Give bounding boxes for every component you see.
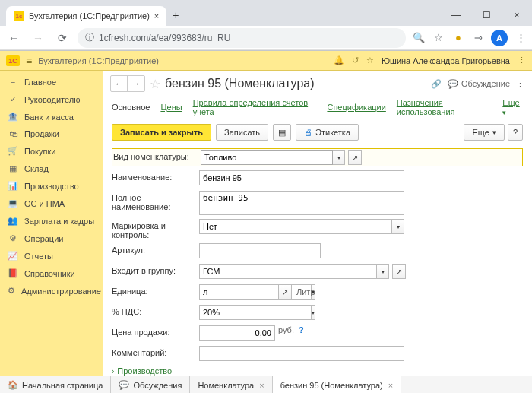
price-input[interactable] xyxy=(199,325,275,341)
star-icon[interactable]: ☆ xyxy=(432,31,445,45)
nav-back-button[interactable]: ← xyxy=(111,76,128,91)
nav-fwd-button[interactable]: → xyxy=(128,76,144,91)
file-icon: ▤ xyxy=(278,128,286,138)
app-bar: 1C ≡ Бухгалтерия (1С:Предприятие) 🔔 ↺ ☆ … xyxy=(0,51,532,71)
tab-specs[interactable]: Спецификации xyxy=(327,103,385,112)
vat-label: % НДС: xyxy=(112,305,199,316)
label-button[interactable]: 🖨Этикетка xyxy=(296,124,359,141)
back-button[interactable]: ← xyxy=(5,29,23,47)
sidebar-item-reports[interactable]: 📈Отчеты xyxy=(0,247,103,265)
sidebar-item-bank[interactable]: 🏦Банк и касса xyxy=(0,108,103,125)
btab-nomenclature[interactable]: Номенклатура× xyxy=(190,376,272,393)
price-unit: руб. xyxy=(278,325,294,334)
sidebar-item-assets[interactable]: 💻ОС и НМА xyxy=(0,195,103,212)
close-window-button[interactable]: × xyxy=(502,5,532,26)
bottom-bar: 🏠Начальная страница 💬Обсуждения Номенкла… xyxy=(0,376,532,393)
name-input[interactable] xyxy=(199,170,404,185)
dropdown-icon[interactable]: ▾ xyxy=(377,264,389,279)
discuss-button[interactable]: 💬 Обсуждение xyxy=(448,79,510,89)
close-icon[interactable]: × xyxy=(388,381,393,390)
history-icon[interactable]: ↺ xyxy=(352,55,359,65)
btab-item[interactable]: бензин 95 (Номенклатура)× xyxy=(273,376,402,393)
burger-icon[interactable]: ≡ xyxy=(26,55,32,67)
open-ref-button[interactable]: ↗ xyxy=(278,284,292,300)
tab-usage[interactable]: Назначения использования xyxy=(397,98,492,116)
key-icon[interactable]: ⊸ xyxy=(471,31,485,45)
file-button[interactable]: ▤ xyxy=(273,124,291,141)
tab-more[interactable]: Еще xyxy=(502,98,523,116)
tab-prices[interactable]: Цены xyxy=(160,103,182,112)
chart-icon: ✓ xyxy=(8,94,18,104)
bell-icon[interactable]: 🔔 xyxy=(334,55,344,65)
sidebar-item-main[interactable]: ≡Главное xyxy=(0,74,103,90)
btab-home[interactable]: 🏠Начальная страница xyxy=(0,376,111,393)
article-input[interactable] xyxy=(199,243,321,258)
sidebar-item-manager[interactable]: ✓Руководителю xyxy=(0,90,103,108)
expand-production[interactable]: ›Производство xyxy=(112,366,523,376)
sidebar-item-warehouse[interactable]: ▦Склад xyxy=(0,160,103,177)
header-menu-icon[interactable]: ⋮ xyxy=(516,79,524,89)
sidebar-item-sales[interactable]: 🛍Продажи xyxy=(0,125,103,142)
row-name: Наименование: xyxy=(112,170,523,187)
tab-row: 1c Бухгалтерия (1С:Предприятие) × + — ☐ … xyxy=(0,0,532,26)
sidebar-item-label: Главное xyxy=(24,78,56,87)
tab-main[interactable]: Основное xyxy=(112,103,150,112)
sidebar-item-hr[interactable]: 👥Зарплата и кадры xyxy=(0,212,103,230)
browser-tab[interactable]: 1c Бухгалтерия (1С:Предприятие) × xyxy=(6,6,166,26)
maximize-button[interactable]: ☐ xyxy=(471,5,502,26)
address-bar[interactable]: ⓘ 1cfresh.com/a/ea/993683/ru_RU xyxy=(78,28,406,48)
ext-1c-icon[interactable]: ● xyxy=(451,31,465,45)
sidebar-item-purchases[interactable]: 🛒Покупки xyxy=(0,142,103,160)
dropdown-icon[interactable]: ▾ xyxy=(333,150,345,165)
avatar[interactable]: А xyxy=(491,30,508,46)
discuss-label: Обсуждение xyxy=(461,79,510,88)
btab-discuss[interactable]: 💬Обсуждения xyxy=(111,376,190,393)
favorite-star-icon[interactable]: ☆ xyxy=(150,77,160,91)
sidebar-item-operations[interactable]: ⚙Операции xyxy=(0,230,103,247)
user-name[interactable]: Юшина Александра Григорьевна xyxy=(382,56,510,65)
cart-icon: 🛒 xyxy=(8,146,18,156)
minimize-button[interactable]: — xyxy=(441,5,471,26)
save-button[interactable]: Записать xyxy=(216,124,268,141)
kind-input[interactable] xyxy=(201,150,333,165)
sidebar-item-label: Склад xyxy=(24,164,49,173)
chat-icon: 💬 xyxy=(119,380,129,390)
lock-icon: ⓘ xyxy=(85,31,94,44)
content: ← → ☆ бензин 95 (Номенклатура) 🔗 💬 Обсуж… xyxy=(103,71,532,376)
sidebar: ≡Главное ✓Руководителю 🏦Банк и касса 🛍Пр… xyxy=(0,71,103,376)
row-unit: Единица: ▾ ↗ Литр xyxy=(112,284,523,301)
sidebar-item-admin[interactable]: ⚙Администрирование xyxy=(0,282,103,300)
browser-menu-icon[interactable]: ⋮ xyxy=(514,31,527,45)
unit-input[interactable] xyxy=(199,284,312,300)
reload-button[interactable]: ⟳ xyxy=(53,29,71,47)
marking-input[interactable] xyxy=(199,219,392,234)
close-icon[interactable]: × xyxy=(154,11,159,21)
tab-accounts[interactable]: Правила определения счетов учета xyxy=(193,98,317,116)
save-close-button[interactable]: Записать и закрыть xyxy=(112,124,211,141)
comment-input[interactable] xyxy=(199,346,404,361)
search-icon[interactable]: 🔍 xyxy=(412,31,426,45)
dropdown-icon[interactable]: ▾ xyxy=(392,219,404,234)
link-icon[interactable]: 🔗 xyxy=(431,79,442,89)
sidebar-item-catalogs[interactable]: 📕Справочники xyxy=(0,265,103,282)
page-header: ← → ☆ бензин 95 (Номенклатура) 🔗 💬 Обсуж… xyxy=(103,71,532,97)
new-tab-button[interactable]: + xyxy=(166,5,185,26)
browser-chrome: 1c Бухгалтерия (1С:Предприятие) × + — ☐ … xyxy=(0,0,532,51)
forward-button[interactable]: → xyxy=(29,29,47,47)
app-menu-icon[interactable]: ⋮ xyxy=(518,55,526,65)
favorite-icon[interactable]: ☆ xyxy=(366,55,374,65)
help-button[interactable]: ? xyxy=(508,124,523,141)
vat-input[interactable] xyxy=(199,305,312,320)
help-icon[interactable]: ? xyxy=(299,325,304,334)
open-ref-button[interactable]: ↗ xyxy=(392,264,406,279)
comment-label: Комментарий: xyxy=(112,346,199,357)
dropdown-icon[interactable]: ▾ xyxy=(312,305,315,320)
close-icon[interactable]: × xyxy=(259,381,264,390)
url-text: 1cfresh.com/a/ea/993683/ru_RU xyxy=(99,33,230,43)
open-ref-button[interactable]: ↗ xyxy=(348,150,362,165)
fullname-input[interactable]: бензин 95 xyxy=(199,191,404,215)
group-input[interactable] xyxy=(199,264,377,279)
sidebar-item-production[interactable]: 📊Производство xyxy=(0,177,103,195)
people-icon: 👥 xyxy=(8,216,18,226)
more-button[interactable]: Еще xyxy=(464,124,504,141)
